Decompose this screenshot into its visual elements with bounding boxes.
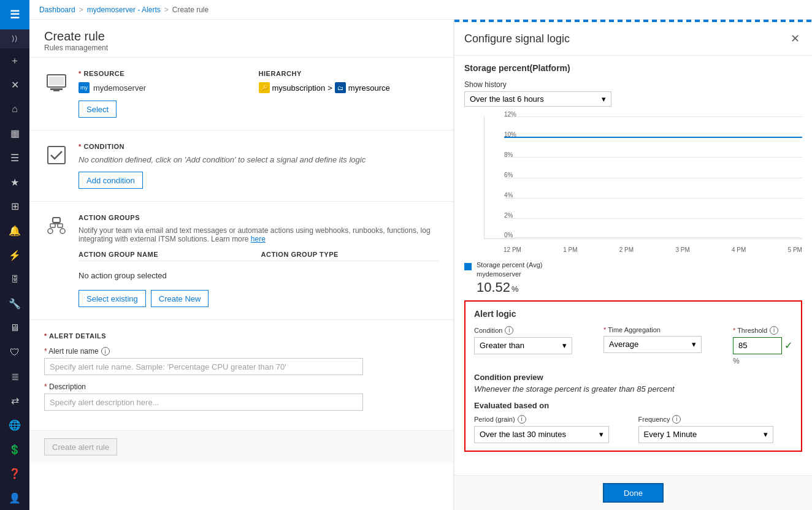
description-label: Description [44, 382, 439, 391]
sidebar-item-notifications[interactable]: 🔔 [0, 219, 29, 243]
plus-icon: ＋ [10, 55, 20, 67]
breadcrumb-alerts[interactable]: mydemoserver - Alerts [87, 6, 161, 14]
ag-col-name: ACTION GROUP NAME [79, 248, 261, 261]
threshold-input[interactable] [733, 337, 782, 354]
right-panel: Configure signal logic ✕ Storage percent… [454, 20, 812, 510]
rule-name-label-text: Alert rule name [44, 347, 99, 356]
chart-ylabel-4: 4% [504, 192, 513, 199]
threshold-info-icon[interactable]: i [770, 326, 778, 335]
time-agg-value: Average [609, 340, 638, 349]
condition-info-icon[interactable]: i [505, 326, 513, 335]
svg-rect-3 [49, 77, 64, 85]
sidebar-item-list[interactable]: ≣ [0, 364, 29, 389]
description-field: Description [44, 382, 439, 411]
svg-rect-1 [50, 88, 63, 90]
sidebar-top-icon[interactable]: ☰ [0, 0, 29, 29]
period-label-text: Period (grain) [474, 416, 515, 423]
frequency-value: Every 1 Minute [644, 430, 697, 439]
chart-container: 12% 10% 8% 6% 4% [464, 116, 802, 253]
description-label-text: Description [44, 382, 86, 391]
sidebar-item-monitor[interactable]: 🖥 [0, 316, 29, 340]
condition-description: No condition defined, click on 'Add cond… [79, 155, 439, 164]
condition-preview-text: Whenever the storage percent is greater … [474, 384, 792, 394]
condition-dropdown[interactable]: Greater than ▾ [474, 337, 572, 354]
sidebar-pin-icon[interactable]: ⟩⟩ [0, 29, 29, 49]
time-agg-chevron-icon: ▾ [692, 340, 696, 349]
grid-icon: ⊞ [11, 200, 19, 212]
condition-label-text: Condition [474, 327, 502, 334]
breadcrumb: Dashboard > mydemoserver - Alerts > Crea… [29, 0, 812, 20]
subscription-name: mysubscription [272, 83, 326, 93]
condition-preview-label: Condition preview [474, 373, 792, 382]
sidebar-item-dashboard[interactable]: ▦ [0, 121, 29, 146]
period-dropdown[interactable]: Over the last 30 minutes ▾ [474, 426, 609, 443]
alert-details-label: ALERT DETAILS [44, 332, 439, 340]
svg-point-12 [60, 229, 65, 234]
sidebar-item-add[interactable]: ＋ [0, 48, 29, 73]
sidebar-item-menu[interactable]: ☰ [0, 146, 29, 170]
dashboard-icon: ▦ [10, 128, 20, 139]
sidebar-item-grid[interactable]: ⊞ [0, 194, 29, 219]
subscription-icon: 🔑 [259, 82, 270, 93]
sidebar-item-database[interactable]: 🗄 [0, 267, 29, 292]
add-condition-button[interactable]: Add condition [79, 172, 143, 189]
resource-content: RESOURCE HIERARCHY my mydemoserver 🔑 mys… [79, 70, 439, 118]
signal-name: Storage percent(Platform) [464, 63, 802, 73]
frequency-label-text: Frequency [638, 416, 670, 423]
sidebar-item-user[interactable]: 👤 [0, 485, 29, 510]
sidebar-item-favorites[interactable]: ★ [0, 170, 29, 194]
condition-icon [44, 143, 69, 167]
period-info-icon[interactable]: i [518, 415, 526, 424]
menu-icon: ☰ [10, 152, 19, 164]
chart-ylabel-8: 8% [504, 151, 513, 158]
chart-gridline-6: 6% [504, 178, 802, 178]
frequency-dropdown[interactable]: Every 1 Minute ▾ [638, 426, 773, 443]
chart-xlabel-2pm: 2 PM [619, 246, 634, 253]
right-panel-title: Configure signal logic [464, 32, 570, 45]
condition-section: CONDITION No condition defined, click on… [29, 131, 453, 202]
signal-content: Storage percent(Platform) Show history O… [454, 56, 812, 475]
learn-more-link[interactable]: here [251, 235, 266, 243]
resource-name: mydemoserver [93, 83, 146, 93]
chart-gridline-4: 4% [504, 198, 802, 199]
sidebar-item-shield[interactable]: 🛡 [0, 340, 29, 365]
sidebar-item-lightning[interactable]: ⚡ [0, 243, 29, 267]
alert-logic-box: Alert logic Condition i Greater than ▾ [464, 300, 802, 452]
sidebar-item-globe[interactable]: 🌐 [0, 413, 29, 438]
legend-info: Storage percent (Avg)mydemoserver 10.52 … [477, 261, 542, 295]
select-resource-button[interactable]: Select [79, 101, 117, 118]
chart-threshold-line [504, 137, 802, 138]
close-panel-button[interactable]: ✕ [788, 29, 802, 48]
done-button[interactable]: Done [603, 483, 664, 503]
create-new-button[interactable]: Create New [151, 290, 209, 307]
history-dropdown[interactable]: Over the last 6 hours ▾ [464, 91, 611, 107]
chevron-down-icon: ▾ [602, 94, 606, 104]
rule-name-label: Alert rule name i [44, 347, 439, 356]
hierarchy-col-header: HIERARCHY [259, 70, 439, 80]
panel-header: Create rule Rules management [29, 20, 453, 58]
legend-color-box [464, 263, 472, 270]
right-panel-header: Configure signal logic ✕ [454, 22, 812, 56]
alert-details-section: ALERT DETAILS Alert rule name i Descript… [29, 320, 453, 430]
sidebar-item-cost[interactable]: 💲 [0, 437, 29, 462]
action-groups-label: ACTION GROUPS [79, 214, 439, 221]
sidebar-item-close[interactable]: ✕ [0, 73, 29, 97]
resource-db-icon: my [79, 82, 90, 93]
select-existing-button[interactable]: Select existing [79, 290, 146, 307]
sidebar-item-help[interactable]: ❓ [0, 462, 29, 486]
description-input[interactable] [44, 394, 363, 411]
sidebar-item-expand[interactable]: ⇄ [0, 389, 29, 413]
rule-name-input[interactable] [44, 358, 363, 375]
sidebar-item-home[interactable]: ⌂ [0, 97, 29, 121]
monitor2-icon: 🖥 [10, 322, 20, 333]
chart-ylabel-12: 12% [504, 110, 516, 117]
frequency-info-icon[interactable]: i [672, 415, 681, 424]
create-alert-rule-button[interactable]: Create alert rule [44, 438, 117, 455]
create-rule-panel: Create rule Rules management RESOURCE [29, 20, 454, 510]
resource-value: my mydemoserver [79, 80, 259, 96]
rule-name-info-icon[interactable]: i [101, 347, 110, 356]
lightning-icon: ⚡ [9, 249, 21, 261]
time-agg-dropdown[interactable]: Average ▾ [603, 336, 702, 353]
breadcrumb-dashboard[interactable]: Dashboard [39, 6, 75, 14]
sidebar-item-tools[interactable]: 🔧 [0, 291, 29, 316]
